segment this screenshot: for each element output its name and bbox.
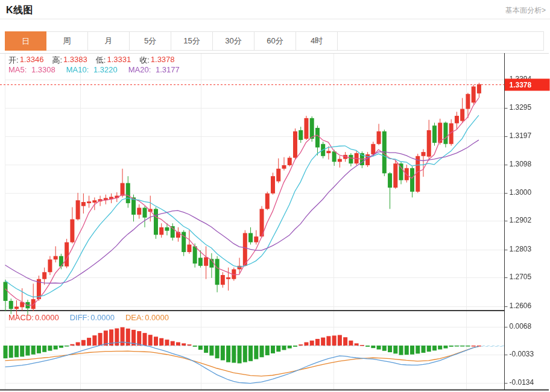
ma5-label: MA5: xyxy=(8,65,27,74)
ohlc-readout: 开:1.3346 高:1.3383 低:1.3331 收:1.3378 xyxy=(8,55,175,66)
tab-interval-4hour[interactable]: 4时 xyxy=(296,32,338,50)
ma20-label: MA20: xyxy=(128,65,151,74)
low-label: 低: xyxy=(96,55,106,66)
high-value: 1.3383 xyxy=(63,55,87,66)
tab-interval-15min[interactable]: 15分 xyxy=(171,32,213,50)
tab-interval-week[interactable]: 周 xyxy=(46,32,88,50)
dea-label: DEA: xyxy=(125,313,144,322)
tab-interval-60min[interactable]: 60分 xyxy=(254,32,296,50)
ma-readout: MA5: 1.3308 MA10: 1.3220 MA20: 1.3177 xyxy=(8,65,180,74)
title-bar xyxy=(0,0,550,19)
macd-label: MACD: xyxy=(8,313,34,322)
interval-tab-bar: 日 周 月 5分 15分 30分 60分 4时 xyxy=(5,31,544,51)
diff-label: DIFF: xyxy=(70,313,90,322)
tab-interval-day[interactable]: 日 xyxy=(5,31,46,51)
ma10-value: 1.3220 xyxy=(93,65,118,74)
dea-value: 0.0000 xyxy=(145,313,169,322)
tab-interval-30min[interactable]: 30分 xyxy=(213,32,254,50)
tab-interval-5min[interactable]: 5分 xyxy=(130,32,171,50)
ma10-label: MA10: xyxy=(66,65,89,74)
ma20-value: 1.3177 xyxy=(156,65,180,74)
high-label: 高: xyxy=(52,55,62,66)
macd-value: 0.0000 xyxy=(35,313,59,322)
open-value: 1.3346 xyxy=(20,55,44,66)
close-label: 收: xyxy=(139,55,150,66)
macd-readout: MACD:0.0000 DIFF:0.0000 DEA:0.0000 xyxy=(8,313,169,322)
close-value: 1.3378 xyxy=(151,55,175,66)
tab-interval-month[interactable]: 月 xyxy=(88,32,130,50)
low-value: 1.3331 xyxy=(107,55,131,66)
ma5-value: 1.3308 xyxy=(31,65,55,74)
diff-value: 0.0000 xyxy=(90,313,115,322)
kline-widget: K线图 基本面分析> 日 周 月 5分 15分 30分 60分 4时 开:1.3… xyxy=(0,0,550,392)
open-label: 开: xyxy=(8,55,19,66)
